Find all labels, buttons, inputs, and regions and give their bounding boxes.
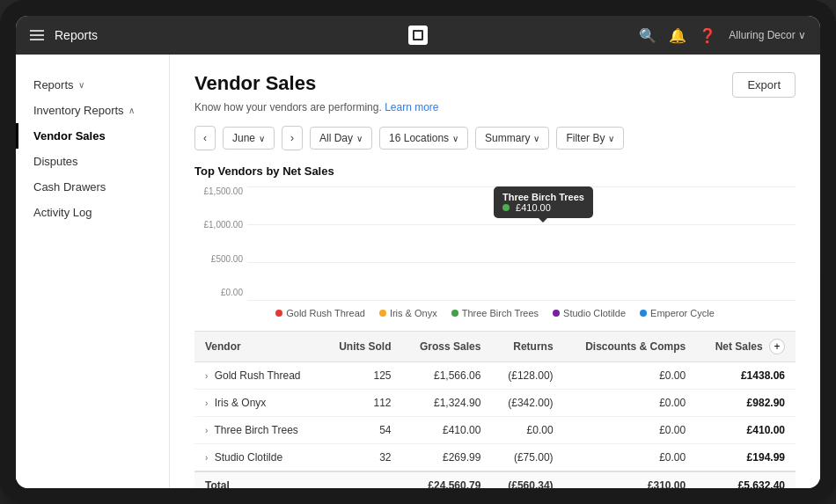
- tooltip-dot: [502, 204, 510, 211]
- discounts: £0.00: [564, 444, 697, 472]
- col-units-sold: Units Sold: [322, 332, 402, 362]
- content-header: Vendor Sales Export: [194, 72, 796, 98]
- net-sales: £194.99: [696, 444, 796, 472]
- units-sold: 125: [322, 362, 402, 390]
- table-row: › Gold Rush Thread 125 £1,566.06 (£128.0…: [194, 362, 796, 390]
- chart-section: Top Vendors by Net Sales £1,500.00 £: [194, 164, 796, 318]
- chevron-down-icon: ∨: [533, 134, 539, 143]
- returns: £0.00: [491, 417, 563, 444]
- sidebar-item-label: Reports: [33, 78, 74, 91]
- sidebar-item-inventory-reports[interactable]: Inventory Reports ∧: [16, 98, 169, 123]
- chevron-right-icon: ›: [205, 426, 208, 435]
- brand-name[interactable]: Alluring Decor ∨: [729, 29, 806, 41]
- legend-label: Emperor Cycle: [650, 308, 715, 318]
- topbar: Reports 🔍 🔔 ❓ Alluring Decor ∨: [16, 16, 820, 55]
- legend-dot: [451, 310, 458, 317]
- chevron-right-icon: ›: [205, 371, 208, 381]
- learn-more-link[interactable]: Learn more: [385, 101, 438, 113]
- legend-dot: [553, 310, 560, 317]
- search-icon[interactable]: 🔍: [639, 27, 656, 44]
- gross-sales: £410.00: [402, 417, 492, 444]
- legend-label: Iris & Onyx: [390, 308, 437, 318]
- tooltip-label: Three Birch Trees: [502, 192, 584, 202]
- prev-month-button[interactable]: ‹: [194, 126, 216, 150]
- legend-label: Gold Rush Thread: [286, 308, 365, 318]
- legend-dot: [640, 310, 647, 317]
- sidebar: Reports ∨ Inventory Reports ∧ Vendor Sal…: [16, 55, 170, 488]
- time-filter[interactable]: All Day ∨: [310, 127, 372, 150]
- main-layout: Reports ∨ Inventory Reports ∧ Vendor Sal…: [16, 55, 820, 488]
- sidebar-item-label: Vendor Sales: [33, 129, 106, 142]
- total-units: [322, 471, 402, 488]
- sidebar-item-activity-log[interactable]: Activity Log: [16, 200, 169, 225]
- next-month-button[interactable]: ›: [282, 126, 303, 150]
- add-column-button[interactable]: +: [769, 339, 785, 354]
- total-discounts: £310.00: [564, 471, 697, 488]
- returns: (£128.00): [491, 362, 563, 390]
- chevron-up-icon: ∧: [128, 106, 135, 115]
- bar-chart: £1,500.00 £1,000.00 £500.00 £0.00: [194, 186, 796, 301]
- units-sold: 54: [322, 417, 402, 444]
- col-net-sales: Net Sales +: [696, 332, 796, 362]
- tooltip-value: £410.00: [502, 202, 584, 213]
- filters-bar: ‹ June ∨ › All Day ∨ 16 Locations ∨: [194, 126, 796, 150]
- square-logo: [408, 26, 428, 45]
- col-vendor: Vendor: [194, 332, 322, 362]
- gross-sales: £1,324.90: [402, 390, 492, 417]
- page-title: Vendor Sales: [194, 72, 316, 95]
- legend-label: Three Birch Trees: [462, 308, 539, 318]
- sidebar-item-label: Activity Log: [33, 206, 92, 219]
- total-label: Total: [194, 471, 322, 488]
- vendor-name: › Three Birch Trees: [194, 417, 322, 444]
- legend-dot: [275, 310, 282, 317]
- legend-item-emperor-cycle: Emperor Cycle: [640, 308, 715, 318]
- gross-sales: £1,566.06: [402, 362, 492, 390]
- total-gross: £24,560.79: [402, 471, 492, 488]
- vendor-table: Vendor Units Sold Gross Sales Returns Di…: [194, 331, 796, 488]
- bell-icon[interactable]: 🔔: [669, 27, 686, 44]
- chevron-right-icon: ›: [205, 453, 208, 463]
- legend-item-studio-clotilde: Studio Clotilde: [553, 308, 626, 318]
- subtitle: Know how your vendors are performing. Le…: [194, 101, 796, 113]
- locations-filter[interactable]: 16 Locations ∨: [379, 127, 468, 150]
- sidebar-item-label: Cash Drawers: [33, 180, 106, 194]
- filter-by-button[interactable]: Filter By ∨: [556, 127, 624, 150]
- sidebar-item-vendor-sales[interactable]: Vendor Sales: [16, 123, 169, 149]
- sidebar-item-disputes[interactable]: Disputes: [16, 149, 169, 174]
- total-returns: (£560.34): [491, 471, 563, 488]
- col-discounts: Discounts & Comps: [564, 332, 697, 362]
- net-sales: £410.00: [696, 417, 796, 444]
- table-header-row: Vendor Units Sold Gross Sales Returns Di…: [194, 332, 796, 362]
- help-icon[interactable]: ❓: [699, 27, 716, 44]
- month-filter[interactable]: June ∨: [223, 127, 275, 150]
- topbar-title: Reports: [55, 28, 98, 42]
- legend-item-iris-onyx: Iris & Onyx: [379, 308, 437, 318]
- chevron-down-icon: ∨: [452, 134, 458, 143]
- export-button[interactable]: Export: [732, 72, 796, 98]
- content-area: Vendor Sales Export Know how your vendor…: [170, 55, 820, 488]
- table-row: › Three Birch Trees 54 £410.00 £0.00 £0.…: [194, 417, 796, 444]
- discounts: £0.00: [564, 362, 697, 390]
- sidebar-item-label: Disputes: [33, 155, 78, 168]
- returns: (£342.00): [491, 390, 563, 417]
- col-gross-sales: Gross Sales: [402, 332, 492, 362]
- chevron-down-icon: ∨: [78, 80, 84, 90]
- chart-tooltip: Three Birch Trees £410.00: [494, 186, 593, 218]
- hamburger-menu-icon[interactable]: [30, 30, 44, 40]
- topbar-center: [408, 26, 428, 45]
- sidebar-item-reports[interactable]: Reports ∨: [16, 72, 169, 98]
- legend-dot: [379, 310, 386, 317]
- sidebar-item-cash-drawers[interactable]: Cash Drawers: [16, 174, 169, 200]
- chevron-down-icon: ∨: [356, 134, 363, 143]
- vendor-name: › Gold Rush Thread: [194, 362, 322, 390]
- legend-label: Studio Clotilde: [563, 308, 626, 318]
- sidebar-item-label: Inventory Reports: [33, 104, 124, 117]
- total-net: £5,632.40: [696, 471, 796, 488]
- units-sold: 112: [322, 390, 402, 417]
- table-row: › Iris & Onyx 112 £1,324.90 (£342.00) £0…: [194, 390, 796, 417]
- vendor-name: › Studio Clotilde: [194, 444, 322, 472]
- chevron-down-icon: ∨: [608, 134, 614, 143]
- view-filter[interactable]: Summary ∨: [475, 127, 549, 150]
- chart-legend: Gold Rush Thread Iris & Onyx Three Birch…: [194, 308, 796, 318]
- legend-item-three-birch-trees: Three Birch Trees: [451, 308, 539, 318]
